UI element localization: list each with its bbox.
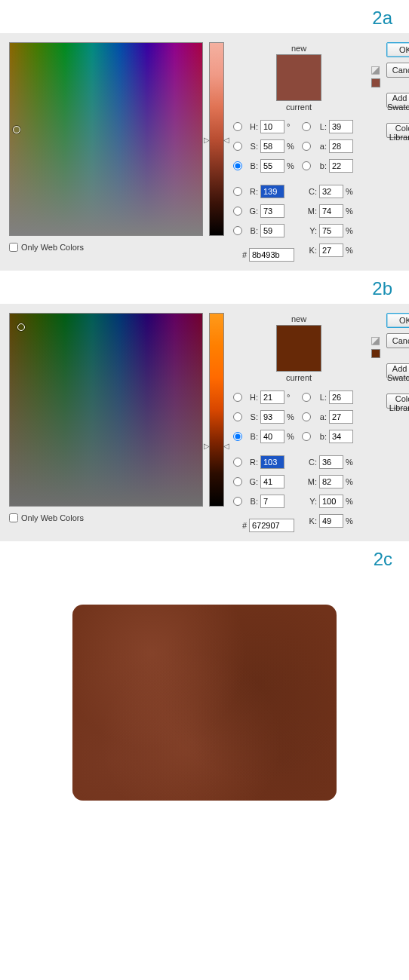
color-swatch-a: [276, 54, 321, 101]
color-field-a[interactable]: [9, 42, 203, 236]
radio-h-b[interactable]: [233, 393, 242, 402]
label-b2: B:: [244, 226, 258, 235]
only-web-colors-checkbox-b[interactable]: [9, 513, 18, 522]
color-swatch-b: [276, 325, 321, 372]
input-r-b[interactable]: [260, 455, 284, 469]
radio-b-a[interactable]: [233, 161, 242, 170]
unit-pct: %: [346, 497, 355, 506]
radio-s-b[interactable]: [233, 412, 242, 421]
input-m-b[interactable]: [319, 475, 343, 488]
radio-a-b[interactable]: [302, 412, 311, 421]
label-k: K:: [302, 516, 317, 525]
cancel-button-a[interactable]: Cancel: [386, 63, 409, 78]
radio-g-a[interactable]: [233, 207, 242, 216]
label-r: R:: [244, 187, 258, 196]
label-y: Y:: [302, 497, 317, 506]
radio-h-a[interactable]: [233, 122, 242, 131]
input-hex-a[interactable]: [249, 248, 294, 262]
color-libraries-button-b[interactable]: Color Libraries: [386, 394, 409, 409]
radio-b2-a[interactable]: [233, 226, 242, 235]
input-l-b[interactable]: [329, 390, 353, 404]
add-swatches-button-b[interactable]: Add To Swatches: [386, 363, 409, 378]
input-hex-b[interactable]: [249, 519, 294, 532]
cube-icon: ◪: [371, 63, 380, 75]
input-b2-a[interactable]: [260, 224, 284, 237]
label-b: B:: [244, 161, 258, 170]
hue-slider-thumb-a[interactable]: ▷◁: [204, 135, 229, 143]
input-a-a[interactable]: [329, 139, 353, 153]
label-l: L:: [313, 122, 327, 131]
label-h: H:: [244, 393, 258, 402]
color-marker-b[interactable]: [17, 323, 25, 331]
input-g-b[interactable]: [260, 475, 284, 488]
label-r: R:: [244, 458, 258, 467]
input-lb-b[interactable]: [329, 430, 353, 443]
color-picker-b: Only Web Colors ▷◁ new current H:° S:% B…: [0, 304, 409, 541]
radio-r-a[interactable]: [233, 187, 242, 196]
input-b-b[interactable]: [260, 430, 284, 443]
step-label-2a: 2a: [0, 0, 409, 33]
input-y-a[interactable]: [319, 224, 343, 237]
input-a-b[interactable]: [329, 410, 353, 424]
cube-icon: ◪: [371, 334, 380, 346]
label-g: G:: [244, 477, 258, 486]
input-l-a[interactable]: [329, 120, 353, 133]
unit-pct: %: [346, 477, 355, 486]
radio-b2-b[interactable]: [233, 497, 242, 506]
input-k-a[interactable]: [319, 243, 343, 257]
input-h-b[interactable]: [260, 390, 284, 404]
radio-a-a[interactable]: [302, 142, 311, 151]
input-b2-b[interactable]: [260, 495, 284, 508]
radio-s-a[interactable]: [233, 142, 242, 151]
label-lb: b:: [313, 161, 327, 170]
radio-lb-a[interactable]: [302, 161, 311, 170]
label-s: S:: [244, 412, 258, 421]
input-r-a[interactable]: [260, 185, 284, 198]
label-l: L:: [313, 393, 327, 402]
radio-l-a[interactable]: [302, 122, 311, 131]
new-label: new: [233, 313, 364, 325]
radio-lb-b[interactable]: [302, 432, 311, 441]
ok-button-b[interactable]: OK: [386, 313, 409, 328]
input-s-b[interactable]: [260, 410, 284, 424]
hue-slider-b[interactable]: [209, 313, 224, 507]
label-y: Y:: [302, 226, 317, 235]
hue-slider-thumb-b[interactable]: ▷◁: [204, 441, 229, 449]
unit-pct: %: [287, 142, 296, 151]
input-h-a[interactable]: [260, 120, 284, 133]
unit-pct: %: [346, 458, 355, 467]
label-m: M:: [302, 477, 317, 486]
unit-pct: %: [287, 432, 296, 441]
unit-pct: %: [346, 226, 355, 235]
input-m-a[interactable]: [319, 204, 343, 218]
unit-pct: %: [346, 187, 355, 196]
input-b-a[interactable]: [260, 159, 284, 173]
input-c-a[interactable]: [319, 185, 343, 198]
color-field-b[interactable]: [9, 313, 203, 507]
input-s-a[interactable]: [260, 139, 284, 153]
new-label: new: [233, 42, 364, 54]
radio-g-b[interactable]: [233, 477, 242, 486]
color-libraries-button-a[interactable]: Color Libraries: [386, 123, 409, 138]
unit-deg: °: [287, 393, 296, 402]
color-marker-a[interactable]: [13, 126, 20, 133]
step-label-2c: 2c: [0, 541, 409, 574]
input-lb-a[interactable]: [329, 159, 353, 173]
only-web-colors-checkbox-a[interactable]: [9, 243, 18, 252]
label-b2: B:: [244, 497, 258, 506]
input-y-b[interactable]: [319, 495, 343, 508]
unit-pct: %: [346, 207, 355, 216]
input-g-a[interactable]: [260, 204, 284, 218]
input-c-b[interactable]: [319, 455, 343, 469]
label-s: S:: [244, 142, 258, 151]
cancel-button-b[interactable]: Cancel: [386, 333, 409, 348]
add-swatches-button-a[interactable]: Add To Swatches: [386, 93, 409, 108]
unit-pct: %: [287, 161, 296, 170]
ok-button-a[interactable]: OK: [386, 42, 409, 57]
label-h: H:: [244, 122, 258, 131]
radio-r-b[interactable]: [233, 458, 242, 467]
unit-deg: °: [287, 122, 296, 131]
input-k-b[interactable]: [319, 514, 343, 528]
radio-b-b[interactable]: [233, 432, 242, 441]
radio-l-b[interactable]: [302, 393, 311, 402]
